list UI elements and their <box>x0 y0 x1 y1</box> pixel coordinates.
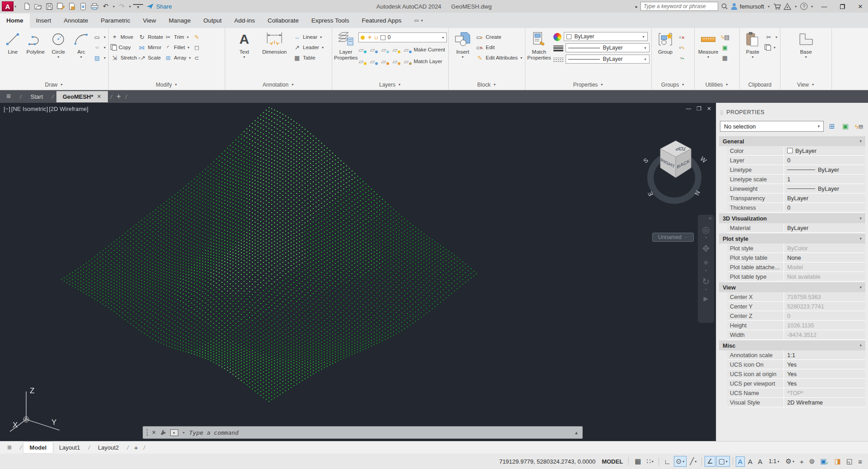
ribbon-tab-home[interactable]: Home <box>0 14 30 28</box>
pan-icon[interactable]: ✥ <box>702 243 710 254</box>
property-value[interactable]: 1:1 <box>784 352 865 359</box>
insert-button[interactable]: Insert ▾ <box>453 30 472 79</box>
edit-attributes-button[interactable]: ✎Edit Attributes▾ <box>476 53 523 62</box>
paste-caret-icon[interactable]: ▾ <box>752 55 753 59</box>
command-input[interactable]: Type a command <box>189 429 571 436</box>
file-tab-geomesh[interactable]: GeoMESH*✕ <box>56 91 108 102</box>
section-header-3d-visualization[interactable]: 3D Visualization▾ <box>719 213 865 223</box>
explode-button[interactable]: ◻ <box>193 43 201 52</box>
clean-screen[interactable]: ◨ <box>832 456 843 467</box>
cut-caret-icon[interactable]: ▾ <box>775 35 777 39</box>
panel-label-utilities[interactable]: Utilities▾ <box>695 79 739 90</box>
ribbon-tab-view[interactable]: View <box>137 14 162 28</box>
annotation-autoscale-toggle[interactable]: A <box>746 456 755 467</box>
panel-label-modify[interactable]: Modify▾ <box>109 79 225 90</box>
search-icon[interactable] <box>721 3 728 10</box>
ellipse-button[interactable]: ○▾ <box>93 43 107 52</box>
property-value[interactable]: 0 <box>784 157 865 164</box>
viewport-restore-icon[interactable]: ❐ <box>696 106 701 112</box>
copy-clip-button[interactable]: ▾ <box>765 43 778 52</box>
ribbon-tab-featured-apps[interactable]: Featured Apps <box>356 14 408 28</box>
section-collapse-icon[interactable]: ▾ <box>859 139 862 143</box>
section-collapse-icon[interactable]: ▾ <box>859 343 862 348</box>
viewport-visual-style-menu[interactable]: [2D Wireframe] <box>49 106 88 112</box>
isometric-drafting-toggle[interactable]: ╱▾ <box>687 456 699 467</box>
qat-customize-button[interactable]: ▾ <box>133 4 143 9</box>
layout-tab-layout2[interactable]: Layout2 <box>92 442 125 453</box>
viewport-controls-menu[interactable]: [−] <box>4 106 10 112</box>
workspace-switching-caret-icon[interactable]: ▾ <box>793 460 794 464</box>
ribbon-tab-output[interactable]: Output <box>197 14 228 28</box>
restore-button[interactable] <box>835 0 850 12</box>
ungroup-button[interactable]: ▫✕ <box>678 32 686 41</box>
object-color-select[interactable]: ByLayer▾ <box>564 32 648 41</box>
polar-tracking-toggle-caret-icon[interactable]: ▾ <box>682 460 684 464</box>
ribbon-tab-annotate[interactable]: Annotate <box>57 14 94 28</box>
property-value[interactable]: ByColor <box>784 245 865 252</box>
save-as-button[interactable] <box>56 1 65 11</box>
object-snap-tracking-toggle[interactable]: ∠ <box>705 456 715 467</box>
property-value[interactable]: Yes <box>784 361 865 368</box>
erase-button[interactable]: ✎ <box>193 32 201 41</box>
ribbon-tab-add-ins[interactable]: Add-ins <box>228 14 261 28</box>
user-caret-icon[interactable]: ▾ <box>768 5 770 9</box>
panel-label-groups[interactable]: Groups▾ <box>652 79 694 90</box>
close-button[interactable]: ✕ <box>853 0 868 12</box>
navbar-close-icon[interactable]: ⊗ <box>708 216 712 221</box>
property-value[interactable]: Model <box>784 264 865 271</box>
array-button[interactable]: ⊞Array▾ <box>164 53 192 62</box>
snap-mode-toggle[interactable]: ∷▾ <box>644 456 656 467</box>
property-value[interactable]: ByLayer <box>784 225 865 231</box>
arc-caret-icon[interactable]: ▾ <box>80 55 82 59</box>
layer-select[interactable]: ☀ ⊔ 0 ▾ <box>358 32 447 42</box>
layer-freeze-button[interactable]: ▱ <box>381 46 389 53</box>
property-value[interactable]: 5280223.7741 <box>784 303 865 310</box>
layer-lock-button[interactable]: ▱ <box>392 46 400 53</box>
circle-button[interactable]: Circle ▾ <box>47 30 70 79</box>
group-selectable-button[interactable]: ▫▪ <box>678 53 686 62</box>
section-collapse-icon[interactable]: ▾ <box>859 236 862 241</box>
undo-caret-icon[interactable]: ▾ <box>113 5 115 9</box>
ellipse-caret-icon[interactable]: ▾ <box>104 46 106 50</box>
section-collapse-icon[interactable]: ▾ <box>859 285 862 290</box>
polyline-button[interactable]: Polyline <box>25 30 47 79</box>
user-account-button[interactable]: femursoft <box>731 3 764 10</box>
property-value[interactable]: Yes <box>784 380 865 387</box>
layer-select-caret-icon[interactable]: ▾ <box>442 36 444 40</box>
create-block-button[interactable]: ▭✶Create <box>476 32 523 41</box>
linear-dimension-button[interactable]: ↔Linear▾ <box>293 32 325 41</box>
section-header-general[interactable]: General▾ <box>719 136 865 146</box>
orbit-caret-icon[interactable]: ▾ <box>705 288 707 291</box>
ribbon-options-button[interactable]: ▭▾ <box>414 18 423 28</box>
compass-west[interactable]: W <box>699 155 708 165</box>
help-caret-icon[interactable]: ▾ <box>811 5 813 9</box>
group-button[interactable]: Group <box>654 30 677 79</box>
new-drawing-tab-button[interactable]: + <box>116 92 121 101</box>
plot-button[interactable] <box>89 1 99 11</box>
trim-button[interactable]: ✂Trim▾ <box>164 32 192 41</box>
hatch-caret-icon[interactable]: ▾ <box>104 56 106 60</box>
model-space-button[interactable]: MODEL <box>602 458 623 465</box>
orbit-icon[interactable]: ↻ <box>702 276 710 287</box>
copy-clip-caret-icon[interactable]: ▾ <box>774 46 775 50</box>
viewcube-cube[interactable]: TOP RIGHT BACK <box>656 138 696 185</box>
lasso-button[interactable]: ⊂ <box>193 53 201 62</box>
file-tab-close-icon[interactable]: ✕ <box>97 93 102 100</box>
cart-icon[interactable] <box>773 3 781 10</box>
property-value[interactable]: ByLayer <box>784 166 865 173</box>
compass-east[interactable]: E <box>646 190 654 197</box>
quick-select-palette-icon[interactable]: ϟ▤ <box>854 121 864 131</box>
insert-caret-icon[interactable]: ▾ <box>462 55 464 59</box>
property-value[interactable]: None <box>784 254 865 261</box>
base-button[interactable]: Base ▾ <box>794 30 818 79</box>
property-value[interactable]: 2D Wireframe <box>784 399 865 406</box>
app-store-caret-icon[interactable]: ▾ <box>795 5 797 9</box>
layout-menu-icon[interactable]: ≡ <box>7 443 12 452</box>
leader-button[interactable]: ↗Leader▾ <box>293 43 325 52</box>
share-button[interactable]: Share <box>147 3 172 10</box>
steering-wheel-icon[interactable]: ◎ <box>702 224 710 235</box>
section-collapse-icon[interactable]: ▾ <box>859 216 862 221</box>
dimension-button[interactable]: Dimension <box>260 30 288 79</box>
property-value[interactable]: 1026.1135 <box>784 322 865 329</box>
edit-block-button[interactable]: ▭✎Edit <box>476 43 523 52</box>
